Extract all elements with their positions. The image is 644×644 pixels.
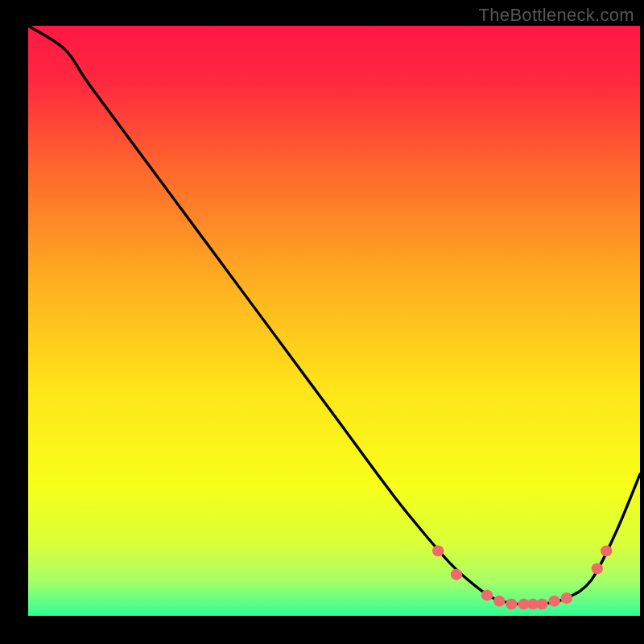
data-marker [548,596,559,607]
watermark-text: TheBottleneck.com [479,5,634,26]
data-marker [536,598,547,609]
data-markers [432,545,612,609]
data-marker [506,598,517,609]
plot-area [28,26,640,616]
data-marker [493,596,505,607]
data-marker [451,569,462,580]
bottleneck-curve [28,26,640,605]
chart-container: TheBottleneck.com [0,0,644,644]
data-marker [592,563,603,574]
data-marker [601,545,612,556]
data-marker [561,592,572,604]
curve-layer [28,26,640,616]
data-marker [481,589,493,601]
data-marker [432,545,444,556]
